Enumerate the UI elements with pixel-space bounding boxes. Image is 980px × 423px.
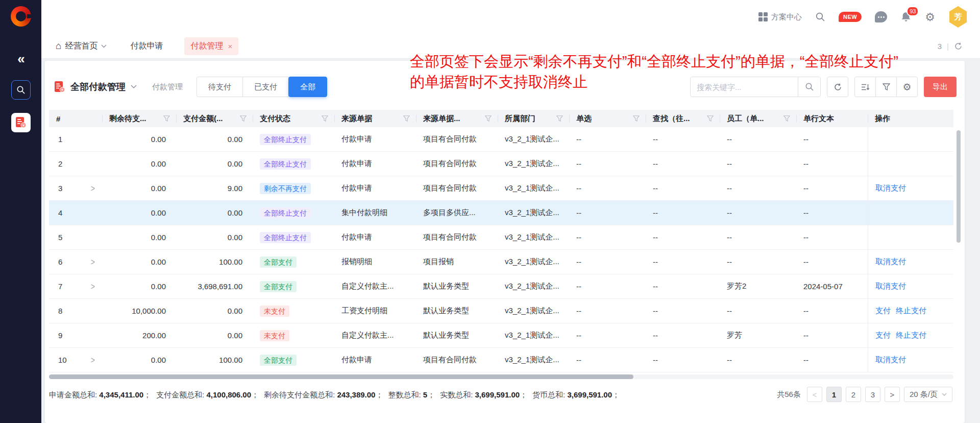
expand-row-icon[interactable]: > — [91, 183, 95, 194]
cell-employee: -- — [720, 176, 796, 200]
sort-button[interactable] — [854, 77, 876, 97]
table-row[interactable]: 3>0.009.00剩余不再支付付款申请项目有合同付款v3_2_1测试企...-… — [49, 176, 953, 201]
table-row[interactable]: 9200.000.00未支付自定义付款主...默认业务类型v3_2_1测试企..… — [49, 323, 953, 348]
filter-tab-pending[interactable]: 待支付 — [197, 77, 243, 97]
cell-source_type: 默认业务类型 — [416, 299, 498, 323]
row-action-link[interactable]: 取消支付 — [875, 257, 906, 267]
row-action-link[interactable]: 支付 — [875, 306, 891, 316]
new-feature-badge[interactable]: NEW — [839, 12, 862, 22]
cell-radio: -- — [569, 348, 646, 372]
row-action-link[interactable]: 取消支付 — [875, 281, 906, 291]
row-action-link[interactable]: 终止支付 — [896, 306, 926, 316]
search-submit-button[interactable] — [798, 77, 820, 97]
column-header-lookup[interactable]: 查找（往... — [646, 110, 720, 127]
cell-lookup: -- — [646, 225, 720, 249]
refresh-button[interactable] — [827, 77, 848, 97]
filter-icon[interactable] — [163, 115, 170, 122]
global-search-button[interactable] — [815, 12, 825, 22]
status-badge: 全部终止支付 — [260, 207, 311, 219]
filter-icon[interactable] — [707, 115, 714, 122]
row-action-link[interactable]: 取消支付 — [875, 183, 906, 193]
column-header-amount[interactable]: 支付金额(... — [176, 110, 253, 127]
app-logo-icon[interactable] — [11, 6, 31, 27]
cell-row-number: 8 — [49, 299, 102, 323]
workspace-label: 方案中心 — [771, 12, 802, 22]
filter-tab-paid[interactable]: 已支付 — [242, 77, 289, 97]
search-input[interactable] — [691, 83, 798, 91]
page-button-3[interactable]: 3 — [865, 387, 880, 402]
sidebar-collapse-icon[interactable]: « — [0, 51, 41, 67]
column-header-dept[interactable]: 所属部门 — [498, 110, 569, 127]
cell-status: 未支付 — [253, 323, 334, 347]
vertical-scrollbar[interactable] — [957, 130, 961, 243]
cell-row-number: 10> — [49, 348, 102, 372]
export-button[interactable]: 导出 — [924, 77, 957, 97]
cell-lookup: -- — [646, 176, 720, 200]
row-action-link[interactable]: 取消支付 — [875, 355, 906, 365]
filter-icon[interactable] — [322, 115, 328, 122]
column-header-source_doc[interactable]: 来源单据 — [334, 110, 416, 127]
horizontal-scrollbar[interactable] — [49, 374, 633, 379]
cell-source_type: 默认业务类型 — [416, 323, 498, 347]
notifications-button[interactable]: 93 — [900, 11, 912, 23]
table-row[interactable]: 20.000.00全部终止支付付款申请项目有合同付款v3_2_1测试企...--… — [49, 152, 953, 176]
cell-radio: -- — [569, 201, 646, 225]
cell-amount: 0.00 — [176, 299, 253, 323]
workspace-center-button[interactable]: 方案中心 — [758, 12, 802, 22]
cell-employee: 罗芳2 — [720, 274, 796, 298]
refresh-icon[interactable] — [954, 42, 963, 51]
table-row[interactable]: 810,000.000.00未支付工资支付明细默认业务类型v3_2_1测试企..… — [49, 299, 953, 323]
tab-payment-request[interactable]: 付款申请 — [130, 41, 163, 52]
page-size-select[interactable]: 20 条/页 — [904, 387, 952, 402]
sidebar-payment-app-button[interactable]: ¥ — [11, 113, 31, 132]
page-button-1[interactable]: 1 — [826, 387, 842, 402]
table-row[interactable]: 7>0.003,698,691.00全部支付自定义付款主...默认业务类型v3_… — [49, 274, 953, 299]
column-label: # — [56, 114, 60, 123]
messages-button[interactable] — [875, 11, 887, 22]
cell-row-number: 6> — [49, 250, 102, 274]
table-row[interactable]: 6>0.00100.00全部支付报销明细项目报销v3_2_1测试企...----… — [49, 250, 953, 274]
expand-row-icon[interactable]: > — [91, 355, 95, 365]
cell-employee: -- — [720, 299, 796, 323]
settings-button[interactable]: ⚙ — [925, 11, 935, 24]
table-row[interactable]: 50.000.00全部终止支付付款申请项目有合同付款v3_2_1测试企...--… — [49, 225, 953, 250]
filter-button[interactable] — [875, 77, 897, 97]
row-action-link[interactable]: 终止支付 — [896, 331, 926, 340]
close-icon[interactable]: × — [228, 42, 232, 51]
expand-row-icon[interactable]: > — [91, 257, 95, 267]
column-header-employee[interactable]: 员工（单... — [720, 110, 796, 127]
filter-icon[interactable] — [633, 115, 640, 122]
tab-payment-manage[interactable]: 付款管理 × — [184, 37, 238, 55]
filter-icon[interactable] — [485, 115, 492, 122]
filter-icon[interactable] — [556, 115, 563, 122]
cell-source_doc: 自定义付款主... — [334, 323, 416, 347]
column-header-radio[interactable]: 单选 — [569, 110, 646, 127]
column-header-remaining[interactable]: 剩余待支... — [102, 110, 176, 127]
table-row[interactable]: 10.000.00全部终止支付付款申请项目有合同付款v3_2_1测试企...--… — [49, 127, 953, 152]
expand-row-icon[interactable]: > — [91, 281, 95, 292]
avatar[interactable]: 芳 — [948, 6, 968, 28]
cell-radio: -- — [569, 323, 646, 347]
cell-employee: -- — [720, 127, 796, 151]
column-settings-button[interactable]: ⚙ — [896, 77, 918, 97]
next-page-button[interactable]: > — [885, 387, 900, 402]
breadcrumb-home[interactable]: ⌂ 经营首页 — [56, 40, 107, 52]
filter-icon[interactable] — [403, 115, 410, 122]
sidebar-search-button[interactable] — [11, 80, 31, 100]
table-row[interactable]: 10>0.00100.00全部支付付款申请项目有合同付款v3_2_1测试企...… — [49, 348, 953, 372]
row-action-link[interactable]: 支付 — [875, 331, 891, 340]
summary-item: 支付金额总和: 4,100,806.00； — [156, 390, 259, 399]
filter-icon — [883, 83, 890, 90]
view-switcher[interactable]: ¥ 全部付款管理 — [54, 81, 137, 93]
prev-page-button[interactable]: < — [807, 387, 822, 402]
filter-tab-all[interactable]: 全部 — [288, 77, 327, 97]
page-button-2[interactable]: 2 — [846, 387, 861, 402]
table-row[interactable]: 40.000.00全部终止支付集中付款明细多项目多供应...v3_2_1测试企.… — [49, 201, 953, 225]
filter-icon[interactable] — [783, 115, 790, 122]
column-header-source_type[interactable]: 来源单据... — [416, 110, 498, 127]
cell-lookup: -- — [646, 250, 720, 274]
column-header-status[interactable]: 支付状态 — [253, 110, 334, 127]
cell-status: 全部支付 — [253, 348, 334, 372]
filter-icon[interactable] — [240, 115, 247, 122]
cell-remaining: 0.00 — [102, 152, 176, 176]
